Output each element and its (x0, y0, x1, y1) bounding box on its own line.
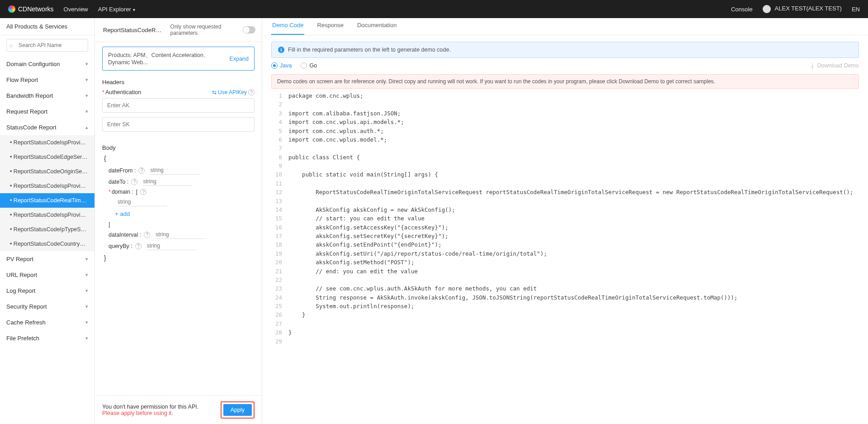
nav-api-explorer[interactable]: API Explorer (98, 6, 135, 13)
sidebar-group[interactable]: Flow Report▾ (0, 72, 94, 88)
radio-java[interactable]: Java (271, 62, 292, 69)
help-icon[interactable]: ? (131, 179, 137, 185)
line-number: 8 (271, 153, 288, 162)
download-demo-link[interactable]: ⭳ Download Demo (810, 62, 859, 69)
field-datainterval: dataInterval : ? (104, 229, 255, 240)
code-line: // see com.cnc.wplus.auth.AkSkAuth for m… (288, 284, 537, 293)
expand-link[interactable]: Expand (230, 56, 249, 62)
right-panel: Demo Code Response Documentation i Fill … (262, 18, 868, 424)
only-requested-toggle[interactable] (243, 26, 255, 33)
sidebar-item[interactable]: • ReportStatusCodeIspProvin... (0, 135, 94, 150)
code-line: package com.cnc.wplus; (288, 91, 363, 100)
line-number: 2 (271, 100, 288, 109)
apply-button[interactable]: Apply (221, 401, 255, 419)
user-menu[interactable]: ALEX TEST(ALEX TEST) (763, 5, 842, 13)
sidebar-item[interactable]: • ReportStatusCodeEdgeServ... (0, 150, 94, 164)
help-icon[interactable]: ? (135, 243, 142, 249)
sidebar-item[interactable]: • ReportStatusCodeRealTime... (0, 193, 94, 208)
sidebar-group[interactable]: StatusCode Report▴ (0, 119, 94, 135)
products-box: Products: APM、Content Acceleration、Dynam… (102, 47, 255, 71)
line-number: 17 (271, 232, 288, 240)
download-icon: ⭳ (810, 62, 816, 69)
plus-icon: + (115, 210, 118, 217)
demo-warning-bar: Demo codes on screen are for reference o… (271, 74, 859, 89)
line-number: 18 (271, 240, 288, 249)
chevron-icon: ▾ (85, 77, 88, 83)
auth-label: Authentication (102, 89, 141, 95)
sidebar-group[interactable]: Domain Configurtion▾ (0, 56, 94, 72)
sidebar-group[interactable]: Log Report▾ (0, 283, 94, 299)
brand[interactable]: CDNetworks (8, 5, 54, 13)
sidebar-item[interactable]: • ReportStatusCodeIspProvin... (0, 208, 94, 222)
search-input[interactable] (6, 39, 88, 52)
sidebar-group[interactable]: Request Report▾ (0, 104, 94, 119)
nav-console[interactable]: Console (731, 6, 753, 13)
datainterval-input[interactable] (156, 230, 205, 239)
line-number: 22 (271, 276, 288, 284)
swap-icon: ⇆ (212, 89, 217, 95)
sidebar-group[interactable]: Security Report▾ (0, 299, 94, 314)
code-line: System.out.println(response); (288, 302, 414, 310)
chevron-icon: ▴ (85, 124, 88, 130)
line-number: 4 (271, 118, 288, 126)
chevron-icon: ▾ (85, 288, 88, 294)
products-text: Products: APM、Content Acceleration、Dynam… (108, 52, 230, 66)
tab-documentation[interactable]: Documentation (356, 18, 397, 35)
code-line: akskConfig.setEndPoint("{endPoint}"); (288, 240, 442, 249)
code-editor[interactable]: 1package com.cnc.wplus;23import com.alib… (271, 89, 859, 355)
tab-demo-code[interactable]: Demo Code (271, 18, 304, 35)
tabs: Demo Code Response Documentation (262, 18, 868, 35)
brand-logo-icon (8, 5, 15, 13)
line-number: 27 (271, 319, 288, 328)
use-apikey-link[interactable]: ⇆ Use APIKey ? (212, 89, 255, 95)
sk-input[interactable] (102, 117, 255, 132)
sidebar-item[interactable]: • ReportStatusCodeOriginSer... (0, 164, 94, 179)
help-icon[interactable]: ? (140, 189, 146, 195)
field-dateto: dateTo : ? (104, 176, 255, 187)
code-line: import com.cnc.wplus.model.*; (288, 135, 387, 144)
sidebar-group[interactable]: Bandwidth Report▾ (0, 88, 94, 104)
chevron-icon: ▾ (85, 61, 88, 67)
code-line: akskConfig.setAccessKey("{accessKey}"); (288, 223, 448, 232)
bracket-close: ] (104, 220, 255, 229)
lang-row: Java Go ⭳ Download Demo (262, 62, 868, 69)
sidebar-item[interactable]: • ReportStatusCodeCountryS... (0, 237, 94, 251)
sidebar-group[interactable]: Cache Refresh▾ (0, 314, 94, 330)
code-line: } (288, 328, 292, 337)
code-line: import com.alibaba.fastjson.JSON; (288, 109, 401, 118)
dateto-input[interactable] (143, 177, 193, 186)
help-icon[interactable]: ? (248, 89, 255, 95)
domain-item (110, 196, 255, 208)
line-number: 12 (271, 188, 288, 196)
nav-overview[interactable]: Overview (64, 6, 88, 13)
code-line: public static void main(String[] args) { (288, 170, 438, 179)
radio-go[interactable]: Go (301, 62, 317, 69)
help-icon[interactable]: ? (138, 167, 145, 174)
sidebar-group[interactable]: URL Report▾ (0, 267, 94, 283)
tab-response[interactable]: Response (316, 18, 344, 35)
lang-switch[interactable]: EN (852, 6, 860, 13)
sidebar-group[interactable]: File Prefetch▾ (0, 330, 94, 346)
code-line: ReportStatusCodeRealTimeOriginTotalServi… (288, 188, 853, 196)
queryby-input[interactable] (147, 242, 197, 250)
help-icon[interactable]: ? (144, 232, 150, 238)
brace-close: } (104, 254, 255, 262)
sidebar-title: All Products & Services (0, 18, 94, 35)
headers-label: Headers (102, 79, 255, 86)
sidebar-group[interactable]: PV Report▾ (0, 251, 94, 267)
line-number: 23 (271, 284, 288, 293)
chevron-icon: ▾ (85, 319, 88, 325)
only-requested-wrap: Only show requested parameters (170, 24, 255, 36)
chevron-icon: ▾ (85, 256, 88, 262)
datefrom-input[interactable] (150, 166, 200, 175)
info-alert: i Fill in the required parameters on the… (271, 42, 859, 58)
add-domain-link[interactable]: + add (115, 210, 255, 217)
search-wrapper: ⌕ (6, 39, 88, 52)
info-icon: i (278, 47, 284, 53)
line-number: 6 (271, 135, 288, 144)
domain-input[interactable] (118, 198, 167, 206)
code-line: import com.cnc.wplus.auth.*; (288, 127, 384, 135)
sidebar-item[interactable]: • ReportStatusCodeIpTypeSe... (0, 222, 94, 237)
sidebar-item[interactable]: • ReportStatusCodeIspProvin... (0, 179, 94, 193)
ak-input[interactable] (102, 98, 255, 113)
